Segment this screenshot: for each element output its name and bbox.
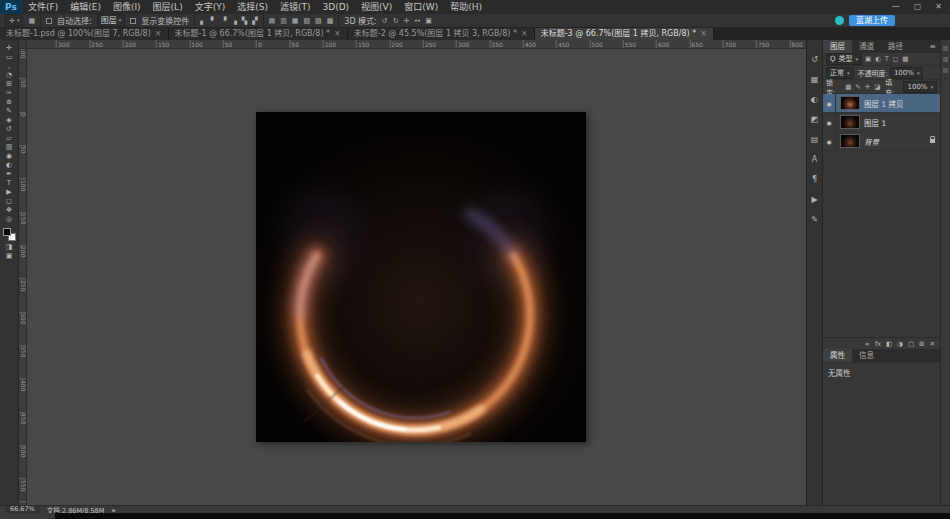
menu-view[interactable]: 视图(V) bbox=[355, 0, 398, 14]
lasso-tool[interactable]: ◟ bbox=[0, 62, 19, 71]
distribute-bottom-icon[interactable]: ▦ bbox=[292, 15, 299, 27]
paragraph-panel-icon[interactable]: ¶ bbox=[812, 174, 817, 185]
screen-mode-button[interactable]: ▣ bbox=[0, 252, 19, 261]
tab-untitled-1-psd[interactable]: 未标题-1.psd @ 100%(图层 7, RGB/8) × bbox=[0, 28, 169, 40]
menu-file[interactable]: 文件(F) bbox=[22, 0, 64, 14]
menu-layer[interactable]: 图层(L) bbox=[147, 0, 189, 14]
distribute-top-icon[interactable]: ▤ bbox=[269, 15, 276, 27]
align-center-h-icon[interactable]: ▘ bbox=[211, 15, 216, 27]
visibility-eye-icon[interactable]: ◉ bbox=[823, 132, 836, 150]
tab-info[interactable]: 信息 bbox=[852, 349, 881, 362]
show-transform-checkbox[interactable] bbox=[130, 18, 136, 24]
auto-select-dropdown[interactable]: 图层 ▾ bbox=[97, 14, 126, 27]
layer-row-layer-1[interactable]: ◉ 图层 1 bbox=[823, 113, 940, 132]
photoshop-logo-icon[interactable]: Ps bbox=[0, 0, 22, 14]
shape-tool[interactable]: ◻ bbox=[0, 197, 19, 206]
menu-window[interactable]: 窗口(W) bbox=[398, 0, 444, 14]
layer-thumbnail[interactable] bbox=[840, 134, 860, 148]
menu-select[interactable]: 选择(S) bbox=[231, 0, 274, 14]
menu-edit[interactable]: 编辑(E) bbox=[64, 0, 107, 14]
fill-dropdown[interactable]: 100% ▾ bbox=[903, 81, 937, 93]
align-top-icon[interactable]: ▗ bbox=[231, 15, 236, 27]
tab-untitled-2[interactable]: 未标题-2 @ 45.5%(图层 1 拷贝 3, RGB/8) * × bbox=[348, 28, 535, 40]
layer-row-background[interactable]: ◉ 背景 bbox=[823, 132, 940, 151]
libraries-panel-icon[interactable]: ▤ bbox=[811, 134, 819, 145]
status-expand-icon[interactable]: ▶ bbox=[112, 507, 116, 513]
3d-scale-icon[interactable]: ▣ bbox=[425, 15, 432, 27]
close-icon[interactable]: × bbox=[155, 28, 162, 40]
menu-image[interactable]: 图像(I) bbox=[107, 0, 147, 14]
type-tool[interactable]: T bbox=[0, 179, 19, 188]
healing-brush-tool[interactable]: ⊕ bbox=[0, 98, 19, 107]
align-bottom-icon[interactable]: ▞ bbox=[252, 15, 257, 27]
tab-layers[interactable]: 图层 bbox=[823, 40, 852, 53]
brushes-panel-icon[interactable]: ✎ bbox=[811, 214, 818, 225]
quick-mask-button[interactable]: ◨ bbox=[0, 243, 19, 252]
gradient-tool[interactable]: ▥ bbox=[0, 143, 19, 152]
lock-pixels-icon[interactable]: ✎ bbox=[854, 83, 861, 91]
lanhu-icon[interactable] bbox=[835, 16, 844, 25]
filter-smart-object-icon[interactable]: ▩ bbox=[901, 55, 909, 63]
dodge-tool[interactable]: ◐ bbox=[0, 161, 19, 170]
lock-transparent-icon[interactable]: ▩ bbox=[844, 83, 852, 91]
quick-selection-tool[interactable]: ◔ bbox=[0, 71, 19, 80]
close-icon[interactable]: × bbox=[700, 28, 707, 40]
eraser-tool[interactable]: ▱ bbox=[0, 134, 19, 143]
blur-tool[interactable]: ◉ bbox=[0, 152, 19, 161]
distribute-center-icon[interactable]: ▨ bbox=[315, 15, 322, 27]
panel-menu-icon[interactable]: ≡ bbox=[925, 40, 940, 53]
marquee-tool[interactable]: ▭ bbox=[0, 53, 19, 62]
dock-handle-icon[interactable] bbox=[943, 68, 948, 73]
auto-select-checkbox[interactable] bbox=[46, 18, 52, 24]
close-icon[interactable]: × bbox=[334, 28, 341, 40]
tab-channels[interactable]: 通道 bbox=[852, 40, 881, 53]
close-icon[interactable]: × bbox=[521, 28, 528, 40]
eyedropper-tool[interactable]: ✑ bbox=[0, 89, 19, 98]
lanhu-upload-button[interactable]: 蓝湖上传 bbox=[849, 15, 895, 26]
dock-handle-icon[interactable] bbox=[943, 46, 948, 51]
align-right-icon[interactable]: ▝ bbox=[221, 15, 226, 27]
layer-thumbnail[interactable] bbox=[840, 96, 860, 110]
maximize-button[interactable]: ▢ bbox=[914, 0, 922, 14]
move-tool[interactable]: ✛ bbox=[0, 44, 19, 53]
filter-shape-layers-icon[interactable]: ◻ bbox=[892, 55, 899, 63]
menu-filter[interactable]: 滤镜(T) bbox=[274, 0, 317, 14]
menu-3d[interactable]: 3D(D) bbox=[316, 0, 355, 14]
distribute-left-icon[interactable]: ▧ bbox=[303, 15, 310, 27]
layer-thumbnail[interactable] bbox=[840, 115, 860, 129]
history-brush-tool[interactable]: ↺ bbox=[0, 125, 19, 134]
layer-row-layer-1-copy[interactable]: ◉ 图层 1 拷贝 bbox=[823, 94, 940, 113]
actions-panel-icon[interactable]: ▶ bbox=[811, 194, 817, 205]
document-canvas[interactable] bbox=[256, 112, 586, 442]
distribute-right-icon[interactable]: ▩ bbox=[327, 15, 334, 27]
crop-tool[interactable]: ⊞ bbox=[0, 80, 19, 89]
visibility-eye-icon[interactable]: ◉ bbox=[823, 113, 836, 131]
delete-layer-icon[interactable]: ✕ bbox=[930, 340, 935, 348]
tab-properties[interactable]: 属性 bbox=[823, 349, 852, 362]
filter-adjustment-layers-icon[interactable]: ◐ bbox=[874, 55, 882, 63]
tab-paths[interactable]: 路径 bbox=[881, 40, 910, 53]
link-layers-icon[interactable]: ∞ bbox=[865, 340, 870, 348]
align-middle-icon[interactable]: ▚ bbox=[242, 15, 247, 27]
adjustment-layer-icon[interactable]: ◑ bbox=[897, 340, 903, 348]
new-layer-icon[interactable]: ⊞ bbox=[919, 340, 924, 348]
tab-untitled-3[interactable]: 未标题-3 @ 66.7%(图层 1 拷贝, RGB/8) * × bbox=[535, 28, 714, 40]
tab-untitled-1[interactable]: 未标题-1 @ 66.7%(图层 1 拷贝, RGB/8) * × bbox=[169, 28, 348, 40]
dock-handle-icon[interactable] bbox=[943, 57, 948, 62]
tool-preset-picker[interactable]: ✛ ▾ bbox=[5, 14, 23, 28]
hand-tool[interactable]: ✥ bbox=[0, 206, 19, 215]
3d-slide-icon[interactable]: ↔ bbox=[414, 15, 420, 27]
history-panel-icon[interactable]: ↺ bbox=[811, 54, 818, 65]
filter-pixel-layers-icon[interactable]: ▣ bbox=[864, 55, 872, 63]
styles-panel-icon[interactable]: ◩ bbox=[811, 114, 819, 125]
minimize-button[interactable]: — bbox=[892, 0, 900, 14]
lock-position-icon[interactable]: ✛ bbox=[864, 83, 871, 91]
align-left-icon[interactable]: ▖ bbox=[200, 15, 205, 27]
color-swatches[interactable] bbox=[3, 228, 16, 241]
layer-mask-icon[interactable]: ◧ bbox=[886, 340, 892, 348]
menu-type[interactable]: 文字(Y) bbox=[189, 0, 232, 14]
filter-type-layers-icon[interactable]: T bbox=[884, 55, 890, 63]
layer-group-icon[interactable]: ▢ bbox=[908, 340, 914, 348]
adjustments-panel-icon[interactable]: ◐ bbox=[811, 94, 818, 105]
layer-effects-icon[interactable]: fx bbox=[875, 340, 881, 348]
